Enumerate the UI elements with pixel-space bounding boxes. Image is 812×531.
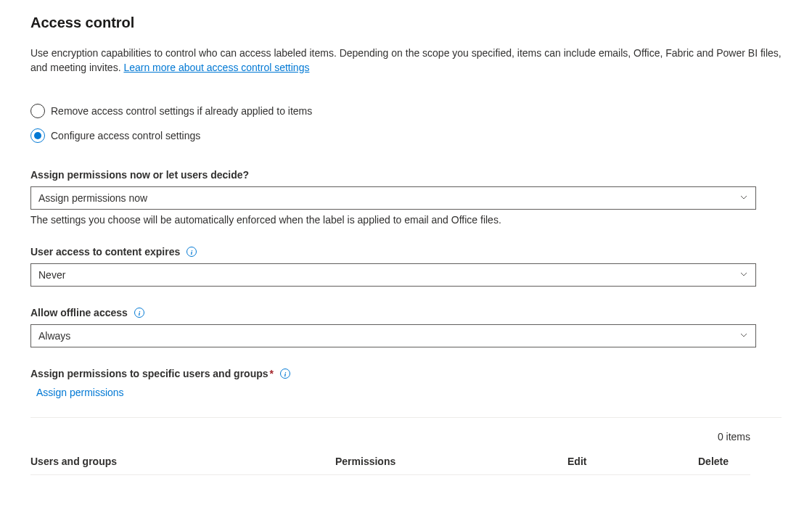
radio-remove-label: Remove access control settings if alread… [51,105,312,117]
divider [30,417,782,418]
info-icon[interactable]: i [134,307,145,318]
col-permissions[interactable]: Permissions [335,456,567,467]
assign-permissions-link[interactable]: Assign permissions [36,387,782,398]
assign-specific-field: Assign permissions to specific users and… [30,368,782,475]
offline-value: Always [38,330,739,342]
chevron-down-icon [739,192,748,204]
page-title: Access control [30,15,782,31]
radio-remove-settings[interactable]: Remove access control settings if alread… [30,104,782,118]
svg-text:i: i [139,310,141,317]
expiry-value: Never [38,269,739,281]
col-delete[interactable]: Delete [698,456,750,467]
col-users-groups[interactable]: Users and groups [30,456,335,467]
expiry-label: User access to content expires [30,246,180,258]
info-icon[interactable]: i [186,246,197,258]
assign-mode-label: Assign permissions now or let users deci… [30,169,782,181]
radio-icon-selected [30,128,45,143]
svg-text:i: i [284,371,287,378]
chevron-down-icon [739,330,748,342]
expiry-dropdown[interactable]: Never [30,263,756,287]
radio-configure-label: Configure access control settings [51,130,200,141]
page-description: Use encryption capabilities to control w… [30,46,782,75]
required-asterisk: * [270,368,274,379]
radio-configure-settings[interactable]: Configure access control settings [30,128,782,143]
user-access-expiry-field: User access to content expires i Never [30,246,782,287]
svg-text:i: i [191,249,193,256]
items-count: 0 items [30,431,750,442]
info-icon[interactable]: i [279,368,291,379]
access-control-radio-group: Remove access control settings if alread… [30,104,782,143]
chevron-down-icon [739,269,748,281]
col-edit[interactable]: Edit [567,456,698,467]
permissions-table-header: Users and groups Permissions Edit Delete [30,456,750,475]
assign-mode-value: Assign permissions now [38,192,739,204]
offline-dropdown[interactable]: Always [30,324,756,347]
offline-access-field: Allow offline access i Always [30,307,782,347]
assign-permissions-mode-field: Assign permissions now or let users deci… [30,169,782,226]
assign-mode-dropdown[interactable]: Assign permissions now [30,186,756,210]
radio-inner-dot [34,132,41,139]
learn-more-link[interactable]: Learn more about access control settings [123,62,309,73]
assign-specific-label: Assign permissions to specific users and… [30,368,268,379]
radio-icon [30,104,45,118]
assign-mode-help: The settings you choose will be automati… [30,214,782,226]
offline-label: Allow offline access [30,307,128,318]
